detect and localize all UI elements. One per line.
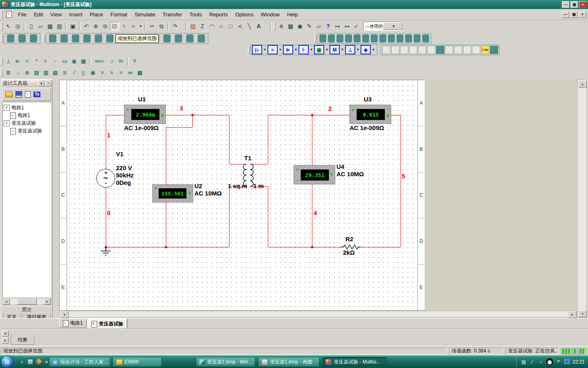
minimize-button[interactable]: — [562,1,570,8]
diode-icon[interactable]: ⊳ [13,57,22,66]
component-toolbar-icon[interactable] [163,34,171,43]
dropdown-icon[interactable]: ▼ [293,45,298,55]
instrument-icon[interactable] [445,46,453,54]
underline-button[interactable]: U [79,68,88,77]
net-label-1[interactable]: 1 [107,132,110,139]
maximize-button[interactable]: ▣ [570,1,578,8]
menu-file[interactable]: File [14,10,30,19]
wire-segment[interactable] [312,115,312,165]
quicklaunch-icon[interactable] [35,358,42,366]
indent-icon[interactable]: ≣ [4,68,13,77]
t1-primary-value[interactable]: 1 sq.m [228,182,247,189]
instrument-icon[interactable] [472,46,480,54]
scroll-down-icon[interactable]: ▼ [578,310,587,317]
taskbar-task-ewb9[interactable]: EWB9 [113,357,162,367]
net-label-5[interactable]: 5 [402,173,405,180]
menu-insert[interactable]: Insert [65,10,86,19]
t1-reference[interactable]: T1 [244,155,252,162]
toolbar-grip[interactable] [1,57,3,65]
battery-voltage-icon[interactable]: 1.4v [481,46,489,54]
quicklaunch-ie-icon[interactable]: e [18,358,26,366]
component-toolbar-icon[interactable] [95,34,102,43]
flower-icon[interactable]: ◉ [88,68,98,77]
results-tab[interactable]: 结果 [11,335,34,345]
align-left-button[interactable]: ≡ [98,68,107,77]
pen-tray-icon[interactable]: ∕ [529,359,535,365]
v1-frequency[interactable]: 50kHz [116,172,134,179]
transfer-back-button[interactable]: ↤ [342,22,352,31]
wire-segment[interactable] [192,115,193,127]
image4-icon[interactable]: ▩ [135,68,145,77]
scroll-right-icon[interactable]: ► [44,298,51,305]
u1-reference[interactable]: U1 [138,96,146,103]
net-label-0[interactable]: 0 [107,209,110,216]
wire-segment[interactable] [268,186,268,247]
schematic-sheet[interactable]: A B C D E A B C D E [59,80,425,311]
menubar-grip[interactable] [1,10,3,18]
misc-family-button[interactable]: MISC [92,57,107,66]
zoom-out-button[interactable]: ⊖ [100,22,110,31]
power-family-button[interactable]: ⊥ [345,45,355,54]
zero-volt-icon[interactable]: 0v [116,57,126,66]
wire-segment[interactable] [106,115,106,169]
component-toolbar-icon[interactable] [362,34,369,43]
resistor-icon[interactable]: ≈ [22,57,32,66]
menu-transfer[interactable]: Transfer [159,10,186,19]
transfer-forward-button[interactable]: ↦ [333,22,342,31]
balls-icon[interactable]: ⊚ [22,68,32,77]
align-right-button[interactable]: ≡ [116,68,126,77]
box-icon[interactable]: ▣ [79,57,88,66]
open-file-button[interactable]: ▱ [36,22,45,31]
grapher-button[interactable]: ≈ [129,22,138,31]
r2-reference[interactable]: R2 [345,236,353,242]
collapse-tray-icon[interactable]: ‹ [538,359,544,365]
panel-pin-icon[interactable]: ▲ [38,80,45,86]
instrument-icon[interactable] [391,46,399,54]
taskbar-task-multisim[interactable]: 变压器试验 - Multisi... [323,357,387,367]
instrument-icon[interactable] [454,46,462,54]
ellipse-button[interactable]: ○ [216,22,226,31]
wire-segment[interactable] [166,127,166,184]
in-use-list-combo[interactable]: ---使用的元件--- ▼ [363,22,403,31]
sheet-tab-transformer-test[interactable]: ϟ 变压器试验 [87,319,127,330]
v1-reference[interactable]: V1 [116,150,123,157]
u2-setting[interactable]: AC 10MΩ [194,190,222,197]
zoom-selection-button[interactable]: ⊡ [110,22,119,31]
results-close-icon[interactable]: × [2,330,9,337]
dropdown-icon[interactable]: ▼ [371,45,376,55]
menu-options[interactable]: Options [232,10,257,19]
net-label-3[interactable]: 3 [180,105,183,112]
component-toolbar-icon[interactable] [186,34,194,43]
wire-segment[interactable] [268,115,350,115]
component-toolbar-icon[interactable] [72,34,79,43]
net-label-4[interactable]: 4 [314,209,317,216]
menu-simulate[interactable]: Simulate [131,10,159,19]
toolbox-hscrollbar[interactable]: ◄ ► [2,298,51,305]
wire-segment[interactable] [312,184,312,247]
motor-icon[interactable]: ◉ [69,57,79,66]
component-toolbar-icon[interactable] [30,34,37,43]
list-button[interactable]: ≔ [126,68,135,77]
u2-reference[interactable]: U2 [194,182,202,189]
run-simulation-button[interactable]: ϟ [119,22,129,31]
u1-setting[interactable]: AC 1e-009Ω [124,124,159,131]
dropdown-icon[interactable]: ▼ [355,45,361,55]
component-toolbar-icon[interactable] [345,34,352,43]
results-expand-icon[interactable]: ► [2,337,9,343]
wire-segment[interactable] [360,247,401,247]
component-toolbar-icon[interactable] [7,34,14,43]
component-toolbar-icon[interactable] [354,34,361,43]
mdi-close-button[interactable]: × [579,11,586,18]
menu-edit[interactable]: Edit [30,10,47,19]
palette-button[interactable]: ▨ [188,22,198,31]
u2-voltmeter[interactable]: + - V 155.561 [152,184,193,202]
image1-icon[interactable]: ▤ [32,68,41,77]
toolbar-grip[interactable] [1,34,3,43]
taskbar-task-forum[interactable]: 综合讨论 - 工控人家... [49,357,110,367]
component-toolbar-icon[interactable] [336,34,343,43]
taskbar-task-bmp1-paint[interactable]: 变压器1.bmp - 画图 [258,357,319,367]
image3-icon[interactable]: ▧ [51,68,60,77]
menu-tools[interactable]: Tools [186,10,205,19]
instrument-icon[interactable] [490,46,498,54]
menu-format[interactable]: Format [107,10,131,19]
